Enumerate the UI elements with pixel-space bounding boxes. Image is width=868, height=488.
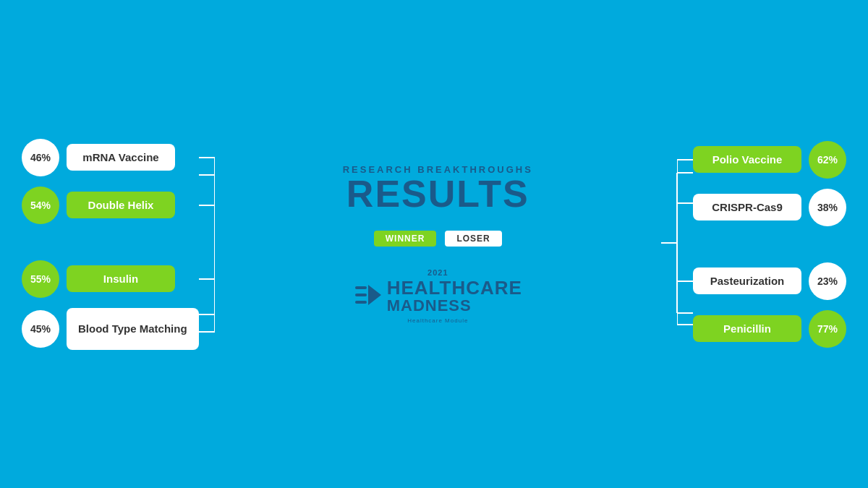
right-m1-c1: 62% Polio Vaccine xyxy=(693,141,846,179)
right-m1-c2-name: CRISPR-Cas9 xyxy=(693,194,801,221)
logo-tag: Healthcare Module xyxy=(407,317,468,324)
logo-year: 2021 xyxy=(427,268,448,277)
right-m2-connector xyxy=(677,262,693,335)
left-m2-c1-name: Insulin xyxy=(67,265,175,292)
right-m1-c1-pct: 62% xyxy=(809,141,846,179)
left-match-1: 46% mRNA Vaccine 54% Double Helix xyxy=(22,139,199,224)
left-m1-c2: 54% Double Helix xyxy=(22,187,199,224)
svg-rect-10 xyxy=(355,286,367,289)
legend: WINNER LOSER xyxy=(374,231,502,247)
left-m1-connector xyxy=(199,139,215,247)
logo-main: Healthcare xyxy=(387,278,522,297)
legend-loser: LOSER xyxy=(445,231,501,247)
left-m2-c2-name: Blood Type Matching xyxy=(67,308,199,350)
left-m2-c1: 55% Insulin xyxy=(22,260,199,298)
left-m1-c1: 46% mRNA Vaccine xyxy=(22,139,199,176)
svg-rect-11 xyxy=(355,294,367,296)
right-m2-c2-pct: 77% xyxy=(809,310,846,348)
left-bracket: 46% mRNA Vaccine 54% Double Helix xyxy=(22,132,215,356)
right-match-1: 62% Polio Vaccine 38% CRISPR-Cas9 xyxy=(693,141,846,226)
right-m1-c2: 38% CRISPR-Cas9 xyxy=(693,189,846,226)
left-m1-c2-name: Double Helix xyxy=(67,192,175,218)
left-m2-c2-pct: 45% xyxy=(22,310,59,348)
logo-section: 2021 Healthcare Madness Healthcare Modul… xyxy=(354,268,522,323)
right-m1-c2-pct: 38% xyxy=(809,189,846,226)
right-m2-c1-pct: 23% xyxy=(809,262,846,300)
svg-marker-13 xyxy=(368,285,381,305)
right-m1-c1-name: Polio Vaccine xyxy=(693,146,801,173)
title-group: Research Breakthroughs Results xyxy=(343,164,533,213)
right-match-2: 23% Pasteurization 77% Penicillin xyxy=(693,262,846,348)
logo-icon xyxy=(354,281,383,313)
left-m1-c1-name: mRNA Vaccine xyxy=(67,144,175,171)
right-m2-c2: 77% Penicillin xyxy=(693,310,846,348)
right-m2-c1-name: Pasteurization xyxy=(693,267,801,294)
left-matches: 46% mRNA Vaccine 54% Double Helix xyxy=(22,139,199,350)
left-m1-c1-pct: 46% xyxy=(22,139,59,176)
center-section: Research Breakthroughs Results WINNER LO… xyxy=(336,164,539,323)
left-m2-c1-pct: 55% xyxy=(22,260,59,298)
left-m1-c2-pct: 54% xyxy=(22,187,59,224)
right-m2-c2-name: Penicillin xyxy=(693,315,801,342)
legend-winner: WINNER xyxy=(374,231,437,247)
right-m2-c1: 23% Pasteurization xyxy=(693,262,846,300)
left-match-2: 55% Insulin 45% Blood Type Matching xyxy=(22,260,199,350)
right-m1-connector xyxy=(677,141,693,213)
left-m2-c2: 45% Blood Type Matching xyxy=(22,308,199,350)
svg-rect-12 xyxy=(355,301,367,304)
right-matches: 62% Polio Vaccine 38% CRISPR-Cas9 23% xyxy=(693,141,846,348)
left-m2-connector xyxy=(199,260,215,347)
right-bracket: 62% Polio Vaccine 38% CRISPR-Cas9 23% xyxy=(661,132,846,356)
title-main: Results xyxy=(343,175,533,213)
logo-sub: Madness xyxy=(387,297,522,314)
main-container: 46% mRNA Vaccine 54% Double Helix xyxy=(0,0,868,488)
